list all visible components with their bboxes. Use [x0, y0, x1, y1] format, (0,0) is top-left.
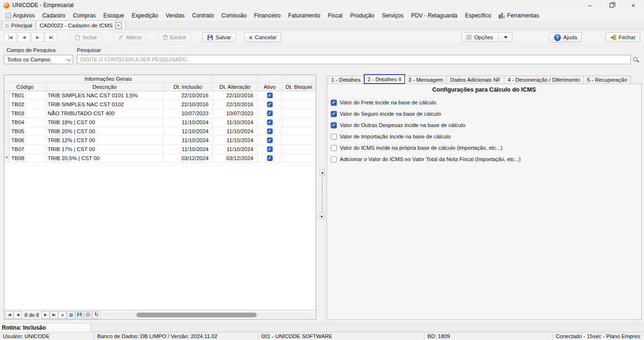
panel-splitter[interactable]: ◀ ▶: [319, 75, 325, 320]
tab-cad0022-cadastro-de-icms[interactable]: CAD0022 - Cadastro de ICMS ×: [36, 20, 125, 30]
detail-tab[interactable]: 1 - Detalhes: [327, 76, 364, 84]
menu-item[interactable]: Faturamento: [284, 11, 324, 20]
splitter-collapse-left-icon[interactable]: ◀: [319, 169, 325, 176]
prev-record-button[interactable]: ◀: [17, 32, 30, 42]
table-row[interactable]: TB07 TRIB 17% | CST 00 11/10/2024 11/10/…: [4, 145, 316, 154]
checkbox-icon[interactable]: [331, 145, 337, 151]
menu-item[interactable]: Cadastro: [39, 11, 69, 20]
table-row[interactable]: TB06 TRIB 12% | CST 00 11/10/2024 11/10/…: [4, 136, 316, 145]
ativo-checkbox[interactable]: [267, 110, 273, 116]
search-button[interactable]: [632, 55, 641, 64]
table-row[interactable]: * TB08 TRIB 20,5% | CST 00 03/12/2024 03…: [4, 154, 316, 163]
ativo-checkbox[interactable]: [267, 93, 273, 98]
incluir-button[interactable]: Incluir: [70, 32, 102, 42]
menu-item[interactable]: Comissão: [217, 11, 250, 20]
grid-first-button[interactable]: |◀: [5, 311, 13, 319]
ativo-checkbox[interactable]: [267, 102, 273, 107]
grid-refresh-button[interactable]: ↻: [92, 311, 100, 319]
minimize-button[interactable]: –: [579, 0, 601, 10]
icms-config-option[interactable]: Valor de Importação incide na base de cá…: [331, 131, 641, 142]
grid-print-button[interactable]: [84, 311, 92, 319]
menu-item[interactable]: Serviços: [378, 11, 407, 20]
menu-item[interactable]: Produção: [346, 11, 378, 20]
detail-tab[interactable]: 5 - Recuperação: [583, 76, 631, 84]
column-header-dt-inclusao[interactable]: Dt. Inclusão: [163, 83, 213, 91]
opcoes-dropdown-icon[interactable]: [504, 36, 508, 39]
last-record-button[interactable]: ▶|: [45, 32, 58, 42]
cancelar-button[interactable]: × Cancelar: [244, 32, 282, 42]
opcoes-button[interactable]: Opções: [461, 32, 512, 42]
menu-item[interactable]: Estoque: [100, 11, 128, 20]
grid-next-button[interactable]: ▶: [42, 311, 50, 319]
ajuda-button[interactable]: ? Ajuda: [549, 32, 582, 42]
checkbox-icon[interactable]: [331, 134, 337, 140]
home-icon: ⌂: [5, 22, 9, 28]
next-record-button[interactable]: ▶: [31, 32, 44, 42]
menu-item[interactable]: Contrato: [188, 11, 217, 20]
detail-tab[interactable]: 3 - Mensagem: [405, 76, 447, 84]
column-header-codigo[interactable]: Código: [4, 83, 46, 91]
grid-last-button[interactable]: ▶|: [50, 311, 58, 319]
grid-prev-button[interactable]: ◀: [14, 311, 22, 319]
alterar-button[interactable]: Alterar: [113, 32, 147, 42]
table-row[interactable]: TB04 TRIB 18% | CST 00 11/10/2024 11/10/…: [4, 118, 316, 127]
column-header-ativo[interactable]: Ativo: [258, 83, 282, 91]
checkbox-icon[interactable]: [331, 122, 337, 128]
tab-close-icon[interactable]: ×: [115, 22, 122, 29]
ativo-checkbox[interactable]: [267, 146, 273, 152]
first-record-button[interactable]: |◀: [4, 32, 17, 42]
detail-tab[interactable]: Dados Adicionais NF: [446, 76, 504, 84]
search-input[interactable]: [77, 55, 631, 64]
splitter-expand-right-icon[interactable]: ▶: [319, 212, 325, 219]
menu-item-label: Cadastro: [42, 12, 66, 19]
table-row[interactable]: TB02 TRIB SIMPLES NAC CST 0102 22/10/201…: [4, 100, 316, 109]
menu-item[interactable]: Expedição: [128, 11, 162, 20]
icms-config-option[interactable]: Valor do Frete incide na base de cálculo: [331, 97, 641, 108]
horizontal-scrollbar[interactable]: [103, 313, 311, 317]
cell-dt-alteracao: 11/10/2024: [213, 145, 258, 153]
column-header-dt-bloqueio[interactable]: Dt. Bloquei: [282, 83, 316, 91]
icms-config-option[interactable]: Valor do Seguro incide na base de cálcul…: [331, 108, 641, 119]
grid-delete-button[interactable]: ×: [59, 311, 67, 319]
fechar-button[interactable]: Fechar: [605, 32, 640, 42]
icms-config-option[interactable]: Adicionar o Valor do ICMS no Valor Total…: [331, 153, 641, 165]
tab-principal[interactable]: ⌂ Principal: [1, 20, 36, 30]
ativo-checkbox[interactable]: [267, 128, 273, 134]
table-row[interactable]: TB03 NÃO TRIBUTADO CST 400 10/07/2023 10…: [4, 109, 316, 118]
checkbox-icon[interactable]: [331, 156, 337, 162]
cell-dt-bloqueio: [282, 136, 316, 144]
detail-tab[interactable]: 4 - Desoneração / Diferimento: [504, 76, 584, 84]
menu-item-label: PDV - Retaguarda: [411, 12, 457, 19]
grid-save-button[interactable]: [75, 311, 84, 319]
menu-item[interactable]: Compras: [69, 11, 100, 20]
salvar-button[interactable]: Salvar: [202, 32, 236, 42]
checkbox-icon[interactable]: [331, 111, 337, 117]
details-panel: 1 - Detalhes 2 - Detalhes II 3 - Mensage…: [326, 75, 642, 320]
grid-columns-button[interactable]: ▦: [67, 311, 75, 319]
column-header-dt-alteracao[interactable]: Dt. Alteração: [213, 83, 258, 91]
checkbox-icon[interactable]: [331, 100, 337, 106]
ativo-checkbox[interactable]: [267, 137, 273, 143]
search-field-select[interactable]: Todos os Campos: [4, 55, 73, 64]
menu-item[interactable]: Vendas: [162, 11, 188, 20]
table-row[interactable]: TB05 TRIB 20% | CST 00 11/10/2024 11/10/…: [4, 127, 316, 136]
ativo-checkbox[interactable]: [267, 155, 273, 161]
menu-item[interactable]: Ferramentas: [495, 11, 543, 20]
scrollbar-thumb[interactable]: [136, 313, 257, 317]
table-row[interactable]: TB01 TRIB SIMPLES NAC CST 0101 1,5% 22/1…: [4, 91, 316, 100]
restore-button[interactable]: [601, 0, 622, 10]
menu-item[interactable]: Arquivos: [2, 11, 39, 20]
menu-item[interactable]: Específico: [461, 11, 494, 20]
close-button[interactable]: ×: [622, 0, 644, 10]
icms-config-option[interactable]: Valor do ICMS incide na própria base de …: [331, 142, 641, 153]
menu-item[interactable]: Fiscal: [324, 11, 346, 20]
ativo-checkbox[interactable]: [267, 119, 273, 125]
cell-dt-inclusao: 10/07/2023: [163, 109, 213, 118]
icms-config-option[interactable]: Valor do Outras Despesas incide na base …: [331, 119, 641, 131]
detail-tab[interactable]: 2 - Detalhes II: [364, 74, 405, 84]
column-header-descricao[interactable]: Descrição: [46, 83, 163, 91]
menu-item[interactable]: Financeiro: [251, 11, 284, 20]
menu-item[interactable]: PDV - Retaguarda: [407, 11, 461, 20]
excluir-button[interactable]: Excluir: [158, 32, 192, 42]
splitter-grip[interactable]: [321, 177, 323, 211]
